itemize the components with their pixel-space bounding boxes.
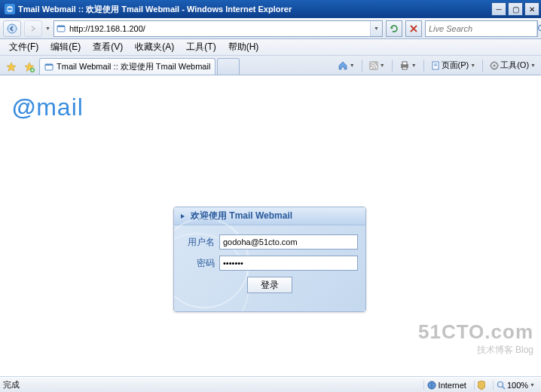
menu-file[interactable]: 文件(F): [3, 39, 44, 55]
command-bar: ▼ ▼ ▼ 页面(P)▼ 工具(O)▼: [335, 58, 538, 72]
tab-bar: Tmail Webmail :: 欢迎使用 Tmail Webmail ▼ ▼ …: [0, 56, 541, 75]
close-button[interactable]: ✕: [524, 2, 539, 16]
search-input[interactable]: [426, 24, 536, 33]
watermark-main: 51CTO.com: [418, 320, 533, 344]
svg-point-10: [370, 66, 371, 68]
tab-active[interactable]: Tmail Webmail :: 欢迎使用 Tmail Webmail: [39, 58, 215, 75]
shield-icon: [478, 381, 485, 390]
ie-icon: [5, 4, 15, 14]
tools-menu[interactable]: 工具(O)▼: [488, 58, 538, 72]
svg-point-1: [8, 24, 17, 33]
forward-button[interactable]: [24, 20, 42, 37]
svg-rect-3: [57, 26, 65, 27]
protected-mode[interactable]: [474, 381, 488, 390]
separator: [423, 60, 424, 72]
page-icon: [54, 24, 68, 33]
tools-menu-label: 工具(O): [500, 60, 529, 71]
favorites-star-button[interactable]: [3, 60, 20, 75]
login-button[interactable]: 登录: [247, 277, 292, 293]
window-titlebar: Tmail Webmail :: 欢迎使用 Tmail Webmail - Wi…: [0, 0, 541, 18]
tab-title: Tmail Webmail :: 欢迎使用 Tmail Webmail: [57, 61, 210, 72]
status-text: 完成: [3, 379, 20, 390]
menu-bar: 文件(F) 编辑(E) 查看(V) 收藏夹(A) 工具(T) 帮助(H): [0, 39, 541, 56]
login-panel: 欢迎使用 Tmail Webmail 用户名 密码 登录: [173, 207, 366, 312]
menu-view[interactable]: 查看(V): [87, 39, 129, 55]
svg-rect-12: [402, 62, 407, 65]
password-input[interactable]: [219, 256, 358, 271]
search-button[interactable]: [536, 21, 541, 36]
menu-edit[interactable]: 编辑(E): [44, 39, 87, 55]
svg-rect-8: [45, 64, 53, 66]
watermark: 51CTO.com 技术博客 Blog: [418, 320, 533, 357]
username-input[interactable]: [219, 234, 358, 250]
menu-help[interactable]: 帮助(H): [222, 39, 265, 55]
zoom-value: 100%: [507, 381, 528, 390]
nav-history-dropdown[interactable]: ▼: [45, 26, 50, 31]
add-favorites-button[interactable]: [21, 60, 38, 75]
atmail-logo: @mail: [12, 93, 84, 121]
page-menu[interactable]: 页面(P)▼: [429, 58, 478, 72]
tabs-group: Tmail Webmail :: 欢迎使用 Tmail Webmail: [3, 56, 240, 75]
maximize-button[interactable]: ▢: [508, 2, 523, 16]
zone-label: Internet: [439, 381, 466, 390]
navigation-bar: ▼ ▼: [0, 18, 541, 39]
svg-point-18: [494, 64, 496, 66]
zoom-dropdown[interactable]: ▼: [530, 382, 535, 387]
svg-point-20: [497, 381, 503, 387]
svg-point-4: [539, 25, 542, 30]
separator: [362, 60, 362, 72]
password-label: 密码: [182, 257, 215, 270]
username-row: 用户名: [182, 234, 358, 250]
page-menu-label: 页面(P): [442, 60, 469, 71]
svg-rect-9: [369, 61, 378, 70]
window-controls: ─ ▢ ✕: [491, 2, 539, 16]
password-row: 密码: [182, 256, 358, 271]
separator: [482, 60, 483, 72]
logo-text: mail: [36, 93, 84, 121]
address-bar: ▼: [53, 20, 383, 37]
svg-line-21: [503, 387, 505, 389]
new-tab-button[interactable]: [217, 58, 240, 75]
login-button-row: 登录: [182, 277, 358, 293]
zoom-icon: [497, 381, 506, 390]
feeds-button[interactable]: ▼: [367, 60, 387, 72]
address-input[interactable]: [68, 21, 370, 36]
zoom-control[interactable]: 100% ▼: [493, 381, 538, 390]
arrow-right-icon: [180, 213, 186, 219]
titlebar-left: Tmail Webmail :: 欢迎使用 Tmail Webmail - Wi…: [2, 4, 292, 15]
back-button[interactable]: [3, 20, 21, 37]
logo-at: @: [12, 93, 36, 121]
login-panel-body: 用户名 密码 登录: [174, 225, 365, 311]
status-bar: 完成 Internet 100% ▼: [0, 377, 541, 392]
username-label: 用户名: [182, 236, 215, 249]
stop-button[interactable]: [405, 20, 422, 37]
search-box: [425, 20, 538, 37]
menu-favorites[interactable]: 收藏夹(A): [129, 39, 180, 55]
tab-page-icon: [44, 63, 53, 72]
home-button[interactable]: ▼: [335, 59, 357, 72]
print-button[interactable]: ▼: [397, 60, 419, 72]
internet-zone-icon: [427, 381, 436, 390]
address-dropdown[interactable]: ▼: [370, 21, 382, 36]
security-zone[interactable]: Internet: [423, 381, 469, 390]
refresh-button[interactable]: [386, 20, 402, 37]
page-content: @mail 欢迎使用 Tmail Webmail 用户名 密码 登录: [0, 75, 541, 377]
menu-tools[interactable]: 工具(T): [180, 39, 222, 55]
svg-rect-13: [402, 67, 407, 69]
window-title: Tmail Webmail :: 欢迎使用 Tmail Webmail - Wi…: [18, 4, 292, 15]
minimize-button[interactable]: ─: [491, 2, 506, 16]
separator: [392, 60, 393, 72]
watermark-sub: 技术博客 Blog: [418, 344, 533, 357]
status-right: Internet 100% ▼: [423, 381, 538, 390]
